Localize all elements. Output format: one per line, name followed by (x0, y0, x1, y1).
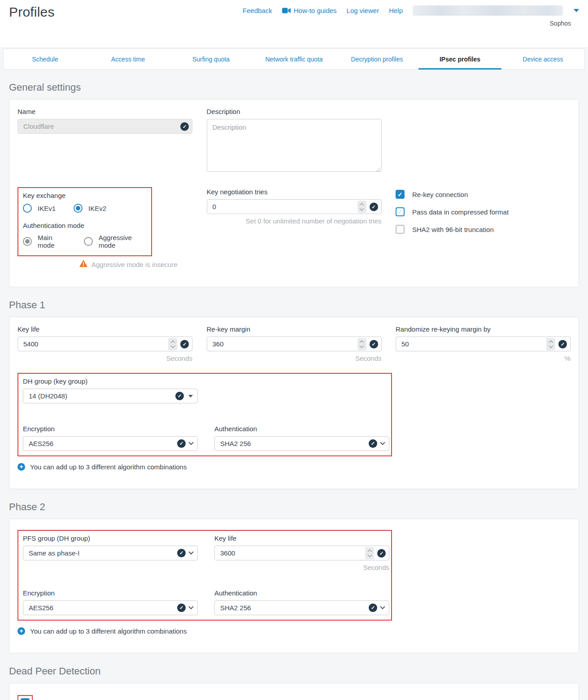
dh-group-label: DH group (key group) (23, 377, 198, 385)
plus-circle-icon[interactable] (17, 627, 25, 635)
general-settings-card: Name Description (9, 99, 579, 287)
check-circle-icon (175, 392, 184, 400)
tab-surfing-quota[interactable]: Surfing quota (170, 49, 253, 69)
name-input-field (18, 119, 192, 133)
annotation-box-key-exchange: Key exchange IKEv1 IKEv2 Authentication … (17, 187, 152, 256)
howto-guides-link[interactable]: How-to guides (282, 7, 337, 14)
tab-bar: Schedule Access time Surfing quota Netwo… (3, 48, 585, 70)
check-circle-icon (558, 340, 567, 348)
rekey-margin-label: Re-key margin (207, 325, 382, 333)
chevron-down-icon (360, 206, 364, 210)
check-circle-icon (369, 604, 377, 612)
tab-ipsec-profiles[interactable]: IPsec profiles (418, 49, 501, 69)
warning-icon (79, 260, 87, 269)
brand-label: Sophos (550, 20, 571, 27)
phase2-key-life-field[interactable] (215, 546, 389, 560)
compressed-format-checkbox[interactable] (396, 207, 405, 216)
phase1-add-combo-note: You can add up to 3 different algorithm … (30, 463, 187, 471)
annotation-box-dpd-checkbox (17, 695, 33, 700)
number-stepper[interactable] (357, 338, 366, 350)
rekey-margin-field[interactable] (207, 337, 381, 351)
aggressive-warning-text: Aggressive mode is insecure (91, 261, 178, 268)
radio-ikev1[interactable] (23, 204, 32, 213)
key-negotiation-field[interactable] (207, 200, 381, 214)
section-title-general: General settings (9, 82, 579, 93)
log-viewer-link[interactable]: Log viewer (347, 7, 379, 14)
check-circle-icon (180, 340, 189, 348)
chevron-down-icon (367, 552, 372, 557)
chevron-down-icon (188, 549, 193, 554)
phase2-encryption-select[interactable]: AES256 (23, 600, 198, 615)
phase1-key-life-input (17, 337, 192, 351)
number-stepper[interactable] (357, 201, 366, 213)
phase1-key-life-field[interactable] (18, 337, 192, 351)
dpd-card: Dead Peer Detection Check peer after eve… (9, 683, 579, 700)
pfs-group-value: Same as phase-I (29, 549, 177, 557)
tab-schedule[interactable]: Schedule (4, 49, 87, 69)
number-stepper[interactable] (365, 547, 374, 559)
key-exchange-label: Key exchange (23, 192, 147, 199)
checkbox-row-sha2-truncation: SHA2 with 96-bit truncation (396, 225, 571, 234)
key-negotiation-label: Key negotiation tries (207, 188, 382, 196)
video-camera-icon (282, 8, 291, 13)
caret-down-icon[interactable] (574, 9, 579, 12)
name-label: Name (17, 108, 192, 115)
rekey-connection-label: Re-key connection (412, 191, 468, 198)
pfs-group-select[interactable]: Same as phase-I (23, 546, 198, 560)
dpd-enable-checkbox[interactable] (21, 698, 30, 700)
phase2-encryption-value: AES256 (29, 604, 177, 612)
plus-circle-icon[interactable] (17, 463, 25, 471)
radio-main-mode-label: Main mode (38, 234, 69, 249)
rekey-connection-checkbox[interactable] (396, 190, 405, 199)
check-circle-icon (370, 340, 378, 348)
help-link[interactable]: Help (389, 7, 403, 14)
phase1-authentication-value: SHA2 256 (220, 440, 369, 447)
phase1-encryption-value: AES256 (29, 440, 177, 447)
randomize-margin-field[interactable] (396, 337, 570, 351)
page-header: Profiles Feedback How-to guides Log view… (0, 0, 588, 47)
phase2-authentication-label: Authentication (214, 589, 389, 597)
radio-ikev2[interactable] (74, 204, 83, 213)
name-input (17, 119, 192, 134)
radio-main-mode (23, 237, 32, 246)
check-circle-icon (369, 439, 377, 448)
checkbox-row-rekey-connection[interactable]: Re-key connection (396, 190, 571, 199)
compressed-format-label: Pass data in compressed format (412, 208, 509, 216)
randomize-margin-unit: % (396, 354, 571, 362)
chevron-down-icon (549, 343, 553, 348)
tab-device-access[interactable]: Device access (501, 49, 584, 69)
tab-decryption-profiles[interactable]: Decryption profiles (335, 49, 418, 69)
section-title-phase2: Phase 2 (9, 501, 579, 513)
tab-network-traffic-quota[interactable]: Network traffic quota (253, 49, 335, 69)
account-menu[interactable] (413, 5, 563, 16)
description-textarea[interactable] (207, 119, 382, 172)
dh-group-select[interactable]: 14 (DH2048) (23, 389, 198, 403)
chevron-down-icon (188, 440, 193, 445)
phase2-card: PFS group (DH group) Same as phase-I Key… (9, 519, 579, 653)
phase1-key-life-unit: Seconds (17, 354, 192, 362)
phase2-key-life-label: Key life (214, 534, 389, 542)
phase1-authentication-select[interactable]: SHA2 256 (214, 436, 389, 451)
phase1-authentication-label: Authentication (214, 425, 389, 433)
caret-down-icon (188, 395, 193, 398)
chevron-down-icon (380, 604, 385, 609)
checkbox-row-compressed-format[interactable]: Pass data in compressed format (396, 207, 571, 216)
chevron-down-icon (188, 604, 193, 609)
sha2-truncation-checkbox (396, 225, 405, 234)
description-label: Description (207, 108, 382, 115)
header-right: Feedback How-to guides Log viewer Help S… (243, 5, 579, 27)
check-circle-icon (180, 122, 189, 131)
radio-ikev2-label: IKEv2 (88, 205, 106, 212)
pfs-group-label: PFS group (DH group) (23, 534, 198, 542)
randomize-margin-label: Randomize re-keying margin by (396, 325, 571, 333)
check-circle-icon (177, 604, 186, 612)
radio-aggressive-mode (84, 237, 93, 246)
section-title-dpd: Dead Peer Detection (9, 665, 579, 677)
number-stepper[interactable] (168, 338, 177, 350)
tab-access-time[interactable]: Access time (87, 49, 170, 69)
phase1-encryption-select[interactable]: AES256 (23, 436, 198, 451)
phase2-authentication-select[interactable]: SHA2 256 (214, 600, 389, 615)
feedback-link[interactable]: Feedback (243, 7, 272, 14)
rekey-margin-input (207, 337, 382, 351)
number-stepper[interactable] (546, 338, 555, 350)
